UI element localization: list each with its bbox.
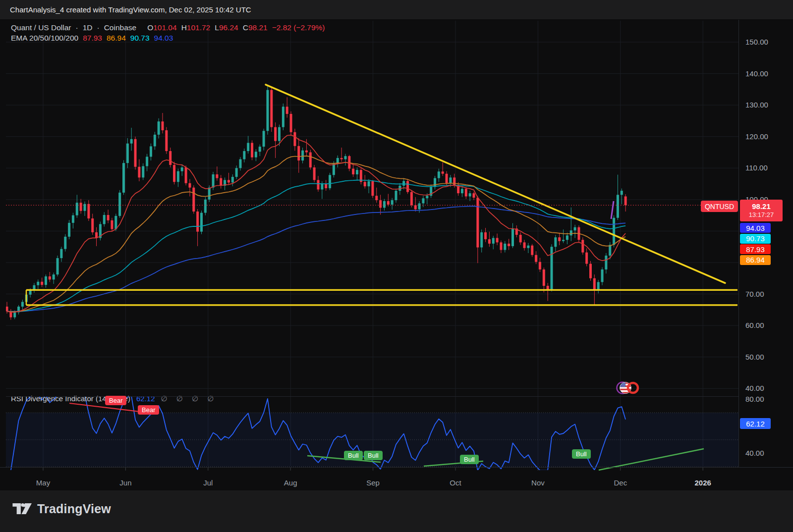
pane-separator[interactable] xyxy=(6,396,738,397)
legend-dot: · xyxy=(75,22,78,33)
open-value: 101.04 xyxy=(153,23,176,32)
ema50-value: 86.94 xyxy=(107,33,126,43)
rsi-indicator-title: RSI Divergence Indicator (14, close) xyxy=(11,394,130,403)
interval-label: 1D xyxy=(83,22,93,33)
change-value: −2.82 (−2.79%) xyxy=(272,22,325,33)
low-label: L xyxy=(215,23,219,32)
header-bar: ChartAnalysis_4 created with TradingView… xyxy=(0,0,793,20)
high-label: H xyxy=(181,23,187,32)
ema-legend-row: EMA 20/50/100/200 87.93 86.94 90.73 94.0… xyxy=(11,33,325,43)
us-flag-icon xyxy=(617,382,638,394)
symbol-name: Quant / US Dollar xyxy=(11,22,71,33)
open-label: O xyxy=(147,23,153,32)
close-label: C xyxy=(243,23,248,32)
header-title: ChartAnalysis_4 created with TradingView… xyxy=(10,5,251,14)
chart-plot[interactable] xyxy=(0,0,793,532)
ema20-value: 87.93 xyxy=(83,33,102,43)
legend-dot: · xyxy=(97,22,99,33)
tradingview-logo-text: TradingView xyxy=(37,502,111,516)
close-value: 98.21 xyxy=(248,23,268,32)
price-axis-border[interactable] xyxy=(738,20,739,467)
exchange-label: Coinbase xyxy=(104,22,137,33)
symbol-legend: Quant / US Dollar · 1D · Coinbase O101.0… xyxy=(11,22,325,43)
high-value: 101.72 xyxy=(187,23,210,32)
ema-label: EMA 20/50/100/200 xyxy=(11,33,78,43)
rsi-indicator-value: 62.12 xyxy=(136,394,155,403)
rsi-empty-markers: ∅ ∅ ∅ ∅ xyxy=(161,394,217,403)
low-value: 96.24 xyxy=(219,23,238,32)
symbol-legend-row: Quant / US Dollar · 1D · Coinbase O101.0… xyxy=(11,22,325,33)
ema200-value: 94.03 xyxy=(154,33,173,43)
timeline-separator[interactable] xyxy=(0,467,793,468)
tradingview-logo[interactable]: TradingView xyxy=(12,501,111,516)
tradingview-logo-icon xyxy=(12,501,32,516)
rsi-indicator-legend: RSI Divergence Indicator (14, close) 62.… xyxy=(11,394,217,403)
ema100-value: 90.73 xyxy=(130,33,150,43)
